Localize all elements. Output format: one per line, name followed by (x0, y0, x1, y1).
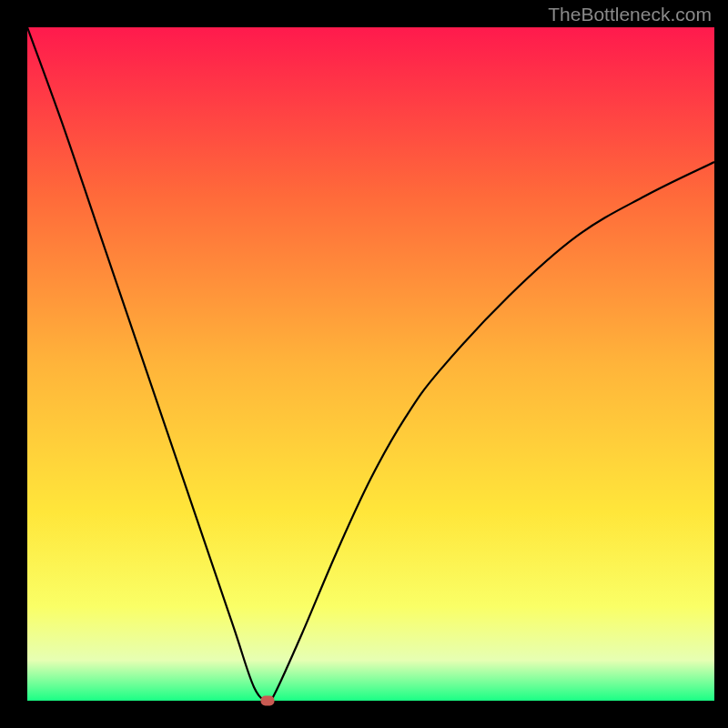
optimum-marker (261, 696, 275, 706)
plot-area (27, 27, 714, 701)
chart-container: TheBottleneck.com (0, 0, 728, 728)
watermark-text: TheBottleneck.com (548, 4, 712, 25)
gradient-background (27, 27, 714, 701)
chart-svg (27, 27, 714, 701)
